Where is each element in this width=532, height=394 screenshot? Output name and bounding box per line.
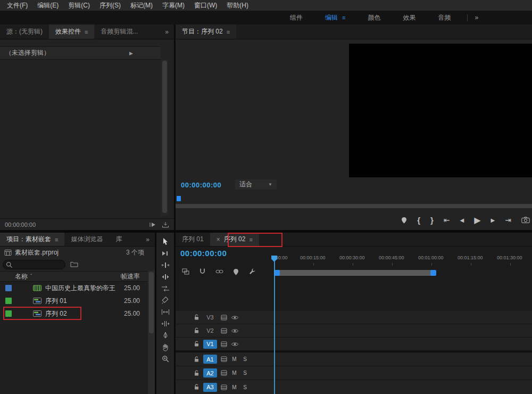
tool-zoom[interactable] — [162, 355, 169, 363]
track-badge-a1[interactable]: A1 — [203, 355, 217, 364]
panel-menu-icon[interactable]: ≡ — [249, 236, 252, 243]
project-file-name[interactable]: 素材嵌套.prproj — [15, 248, 59, 257]
track-lock-icon[interactable] — [194, 356, 200, 363]
mark-in-icon[interactable]: { — [417, 216, 420, 225]
menu-item-file[interactable]: 文件(F) — [2, 0, 32, 11]
tab-program-monitor[interactable]: 节目：序列 02≡ — [176, 24, 236, 39]
linked-selection-icon[interactable] — [215, 268, 223, 275]
empty-track-space[interactable] — [176, 281, 532, 311]
workspace-menu-icon[interactable]: ≡ — [342, 14, 345, 21]
tool-razor[interactable] — [161, 296, 169, 305]
menu-item-help[interactable]: 帮助(H) — [222, 0, 253, 11]
tool-slip[interactable] — [161, 308, 170, 316]
tab-project[interactable]: 项目：素材嵌套≡ — [0, 233, 64, 246]
mute-button[interactable]: M — [231, 370, 238, 376]
item-name[interactable]: 序列 02 — [45, 309, 67, 318]
step-back-icon[interactable]: ◀ — [460, 217, 464, 223]
solo-button[interactable]: S — [242, 384, 248, 390]
track-lock-icon[interactable] — [194, 384, 200, 390]
sync-lock-icon[interactable] — [221, 315, 227, 321]
time-ruler[interactable]: 00:00 00:00:15:00 00:00:30:00 00:00:45:0… — [274, 255, 532, 262]
label-color-chip[interactable] — [5, 285, 12, 291]
toggle-track-output-eye-icon[interactable] — [231, 342, 239, 347]
mute-button[interactable]: M — [231, 356, 238, 362]
tool-rate-stretch[interactable] — [161, 284, 170, 293]
timeline-settings-wrench-icon[interactable] — [248, 268, 256, 275]
tool-track-select-forward[interactable] — [161, 249, 170, 258]
tool-selection[interactable] — [161, 237, 169, 246]
column-name[interactable]: 名称ˆ — [15, 272, 32, 281]
timeline-zoom-scrollbar[interactable] — [274, 270, 436, 276]
tab-effect-controls[interactable]: 效果控件≡ — [49, 24, 94, 39]
sync-lock-icon[interactable] — [221, 384, 227, 390]
menu-item-clip[interactable]: 剪辑(C) — [63, 0, 95, 11]
snap-magnet-icon[interactable] — [199, 268, 206, 275]
workspace-assembly[interactable]: 组件 — [279, 13, 314, 22]
zoom-handle-right[interactable] — [430, 270, 436, 276]
toggle-track-output-eye-icon[interactable] — [231, 315, 239, 320]
menu-item-sequence[interactable]: 序列(S) — [95, 0, 126, 11]
play-in-to-out-icon[interactable] — [149, 221, 156, 228]
go-to-in-icon[interactable]: ⇤ — [444, 216, 450, 224]
toggle-track-output-eye-icon[interactable] — [231, 329, 239, 333]
track-a3-lane[interactable] — [274, 380, 532, 394]
tool-hand[interactable] — [162, 343, 169, 351]
list-item-sequence-01[interactable]: 序列 01 25.00 — [0, 294, 148, 307]
workspace-overflow-icon[interactable]: » — [468, 14, 485, 21]
program-playhead-marker[interactable] — [177, 196, 181, 201]
sync-lock-icon[interactable] — [221, 370, 227, 376]
track-badge-a2[interactable]: A2 — [203, 368, 217, 377]
effect-controls-scrollbar[interactable] — [161, 60, 168, 216]
timeline-timecode[interactable]: 00:00:00:00 — [180, 249, 227, 258]
track-badge-v2[interactable]: V2 — [203, 326, 217, 335]
expander-icon[interactable]: ▶ — [129, 51, 133, 56]
tab-source-monitor[interactable]: 源：(无剪辑) — [0, 24, 49, 39]
item-name[interactable]: 序列 01 — [45, 297, 67, 306]
solo-button[interactable]: S — [242, 356, 248, 362]
tab-sequence-02[interactable]: × 序列 02 ≡ — [210, 233, 259, 246]
label-color-chip[interactable] — [5, 310, 12, 317]
track-v3-lane[interactable] — [274, 311, 532, 324]
tool-rolling-edit[interactable] — [161, 273, 170, 281]
tab-overflow-icon[interactable]: » — [140, 233, 155, 246]
workspace-color[interactable]: 颜色 — [356, 13, 392, 22]
mute-button[interactable]: M — [231, 384, 238, 390]
menu-item-window[interactable]: 窗口(W) — [189, 0, 222, 11]
playhead-line[interactable] — [274, 261, 275, 394]
track-lock-icon[interactable] — [194, 370, 200, 376]
add-marker-icon[interactable] — [401, 217, 407, 224]
scrollbar-thumb[interactable] — [162, 61, 167, 213]
menu-item-edit[interactable]: 编辑(E) — [32, 0, 63, 11]
new-bin-icon[interactable] — [70, 261, 78, 267]
track-lock-icon[interactable] — [194, 327, 200, 334]
tab-libraries[interactable]: 库 — [109, 233, 128, 246]
solo-button[interactable]: S — [242, 370, 248, 376]
panel-menu-icon[interactable]: ≡ — [55, 236, 58, 243]
tab-sequence-01[interactable]: 序列 01 — [176, 233, 210, 246]
step-forward-icon[interactable]: ▶ — [491, 217, 495, 223]
tab-overflow-icon[interactable]: » — [160, 24, 174, 39]
list-item-nested-clip[interactable]: 中国历史上最真挚的帝王 25.00 — [0, 282, 148, 294]
item-name[interactable]: 中国历史上最真挚的帝王 — [45, 284, 115, 293]
menu-item-markers[interactable]: 标记(M) — [126, 0, 157, 11]
track-lock-icon[interactable] — [194, 314, 200, 321]
scrollbar-thumb[interactable] — [149, 272, 154, 333]
tool-pen[interactable] — [162, 331, 169, 340]
workspace-effects[interactable]: 效果 — [392, 13, 427, 22]
tab-audio-clip-mixer[interactable]: 音频剪辑混... — [94, 24, 144, 39]
sync-lock-icon[interactable] — [221, 341, 227, 347]
export-frame-camera-icon[interactable] — [521, 217, 530, 223]
project-scrollbar[interactable] — [148, 271, 155, 394]
program-scrollbar[interactable] — [176, 204, 532, 208]
workspace-audio[interactable]: 音频 — [427, 13, 462, 22]
track-a2-lane[interactable] — [274, 366, 532, 380]
export-frame-icon[interactable] — [162, 221, 169, 228]
track-a1-lane[interactable] — [274, 352, 532, 366]
menu-item-titles[interactable]: 字幕(M) — [157, 0, 189, 11]
zoom-level-dropdown[interactable]: 适合 ▼ — [235, 179, 277, 190]
track-badge-v3[interactable]: V3 — [203, 313, 217, 322]
track-badge-a3[interactable]: A3 — [203, 383, 217, 392]
tool-slide[interactable] — [161, 319, 170, 328]
column-frame-rate[interactable]: 帧速率 — [121, 272, 140, 281]
workspace-editing[interactable]: 编辑≡ — [314, 13, 356, 22]
